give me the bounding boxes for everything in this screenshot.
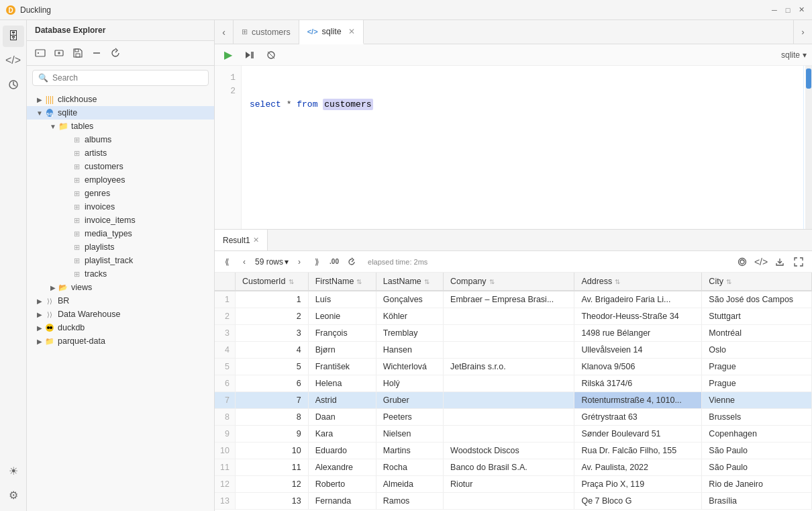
- result1-tab[interactable]: Result1 ✕: [215, 230, 268, 250]
- table-row[interactable]: 1 1 Luís Gonçalves Embraer – Empresa Bra…: [215, 291, 812, 308]
- col-header-address[interactable]: Address⇅: [574, 273, 702, 291]
- save-icon[interactable]: [70, 45, 86, 61]
- results-table-container[interactable]: CustomerId⇅ FirstName⇅ LastName⇅ Company…: [215, 273, 812, 511]
- editor-area: ▶ sqlite ▾ 1 2 select * from customers: [215, 44, 812, 229]
- sidebar-item-tracks[interactable]: ⊞tracks: [27, 267, 214, 281]
- sidebar-item-tables[interactable]: ▼ 📁 tables: [27, 120, 214, 133]
- code-editor[interactable]: select * from customers: [242, 66, 812, 229]
- tab-prev-button[interactable]: ‹: [215, 20, 234, 44]
- table-row[interactable]: 11 11 Alexandre Rocha Banco do Brasil S.…: [215, 459, 812, 476]
- tab-sqlite[interactable]: </> sqlite ✕: [299, 20, 364, 44]
- sidebar-item-sqlite[interactable]: ▼ sq sqlite: [27, 106, 214, 120]
- address-cell: Qe 7 Bloco G: [574, 493, 702, 510]
- sidebar-item-parquet-data[interactable]: ▶ 📁 parquet-data: [27, 334, 214, 348]
- code-icon[interactable]: </>: [3, 50, 24, 71]
- col-header-customerid[interactable]: CustomerId⇅: [235, 273, 308, 291]
- search-input[interactable]: [52, 73, 203, 83]
- database-icon[interactable]: 🗄: [3, 26, 24, 47]
- tab-sqlite-label: sqlite: [322, 27, 342, 36]
- tab-close-button[interactable]: ✕: [348, 27, 355, 36]
- sidebar-item-playlists[interactable]: ⊞playlists: [27, 240, 214, 254]
- format-button[interactable]: .00: [327, 255, 341, 269]
- table-icon: ⊞: [71, 215, 82, 226]
- first-page-button[interactable]: ⟪: [220, 255, 234, 269]
- refresh-results-button[interactable]: [345, 255, 358, 269]
- results-tabs: Result1 ✕: [215, 230, 812, 251]
- sidebar-item-data-warehouse[interactable]: ▶ ⟩⟩ Data Warehouse: [27, 308, 214, 321]
- table-row[interactable]: 13 13 Fernanda Ramos Qe 7 Bloco G Brasíl…: [215, 493, 812, 510]
- sidebar-item-duckdb[interactable]: ▶ duckdb: [27, 321, 214, 334]
- table-row[interactable]: 2 2 Leonie Köhler Theodor-Heuss-Straße 3…: [215, 308, 812, 325]
- search-box[interactable]: 🔍: [32, 70, 209, 86]
- history-icon[interactable]: [3, 74, 24, 95]
- code-view-button[interactable]: </>: [753, 254, 769, 270]
- table-row[interactable]: 12 12 Roberto Almeida Riotur Praça Pio X…: [215, 476, 812, 493]
- sidebar-item-invoices[interactable]: ⊞invoices: [27, 200, 214, 214]
- sidebar-title: Database Explorer: [27, 20, 214, 41]
- table-icon: ⊞: [71, 161, 82, 172]
- sidebar-item-albums[interactable]: ⊞albums: [27, 133, 214, 146]
- sidebar-item-genres[interactable]: ⊞genres: [27, 187, 214, 200]
- sidebar: Database Explorer 🔍: [27, 20, 215, 511]
- duckdb-icon: [44, 322, 55, 333]
- sidebar-item-views[interactable]: ▶ 📂 views: [27, 281, 214, 294]
- expand-button[interactable]: [791, 254, 807, 270]
- sidebar-item-clickhouse[interactable]: ▶ |||| clickhouse: [27, 93, 214, 106]
- explain-button[interactable]: [263, 47, 279, 63]
- result-tab-close[interactable]: ✕: [253, 236, 259, 244]
- tab-customers[interactable]: ⊞ customers: [234, 20, 299, 44]
- table-row[interactable]: 9 9 Kara Nielsen Sønder Boulevard 51 Cop…: [215, 426, 812, 443]
- col-header-company[interactable]: Company⇅: [444, 273, 574, 291]
- col-header-city[interactable]: City⇅: [702, 273, 812, 291]
- table-row[interactable]: 5 5 František Wichterlová JetBrains s.r.…: [215, 359, 812, 375]
- table-row[interactable]: 6 6 Helena Holý Rilská 3174/6 Prague: [215, 375, 812, 392]
- col-header-firstname[interactable]: FirstName⇅: [308, 273, 376, 291]
- table-row[interactable]: 3 3 François Tremblay 1498 rue Bélanger …: [215, 325, 812, 342]
- sidebar-item-BR[interactable]: ▶ ⟩⟩ BR: [27, 294, 214, 308]
- company-cell: [444, 409, 574, 426]
- db-selector[interactable]: sqlite ▾: [781, 50, 807, 60]
- maximize-button[interactable]: □: [782, 5, 793, 15]
- expand-arrow: ▶: [48, 284, 58, 291]
- sidebar-item-playlist-track[interactable]: ⊞playlist_track: [27, 254, 214, 267]
- run-button[interactable]: ▶: [220, 47, 236, 63]
- tab-more-button[interactable]: ›: [793, 20, 812, 44]
- add-schema-icon[interactable]: [51, 45, 67, 61]
- col-header-lastname[interactable]: LastName⇅: [376, 273, 443, 291]
- tab-customers-label: customers: [252, 28, 291, 37]
- next-page-button[interactable]: ›: [293, 255, 306, 269]
- firstname-cell: Bjørn: [308, 342, 376, 359]
- results-toolbar: ⟪ ‹ 59 rows ▾ › ⟫ .00 elapsed time: 2ms: [215, 251, 812, 273]
- table-row[interactable]: 7 7 Astrid Gruber Rotenturmstraße 4, 101…: [215, 392, 812, 409]
- minimize-button[interactable]: ─: [769, 5, 780, 15]
- firstname-cell: Alexandre: [308, 459, 376, 476]
- run-current-button[interactable]: [242, 47, 258, 63]
- company-cell: [444, 375, 574, 392]
- remove-icon[interactable]: [89, 45, 105, 61]
- table-row[interactable]: 10 10 Eduardo Martins Woodstock Discos R…: [215, 443, 812, 459]
- sun-icon[interactable]: ☀: [3, 460, 24, 481]
- address-cell: Klanova 9/506: [574, 359, 702, 375]
- window-controls[interactable]: ─ □ ✕: [769, 5, 807, 15]
- sidebar-item-customers[interactable]: ⊞customers: [27, 160, 214, 173]
- sidebar-item-invoice-items[interactable]: ⊞invoice_items: [27, 214, 214, 227]
- last-page-button[interactable]: ⟫: [310, 255, 323, 269]
- view-mode-button[interactable]: [734, 254, 750, 270]
- table-row[interactable]: 4 4 Bjørn Hansen Ullevålsveien 14 Oslo: [215, 342, 812, 359]
- line-numbers: 1 2: [215, 66, 242, 229]
- prev-page-button[interactable]: ‹: [238, 255, 251, 269]
- table-row[interactable]: 8 8 Daan Peeters Grétrystraat 63 Brussel…: [215, 409, 812, 426]
- city-cell: São José dos Campos: [702, 291, 812, 308]
- refresh-icon[interactable]: [107, 45, 123, 61]
- table-tab-icon: ⊞: [242, 28, 248, 36]
- sidebar-item-employees[interactable]: ⊞employees: [27, 173, 214, 187]
- sidebar-item-media-types[interactable]: ⊞media_types: [27, 227, 214, 240]
- firstname-cell: Luís: [308, 291, 376, 308]
- settings-icon[interactable]: ⚙: [3, 484, 24, 506]
- sidebar-item-artists[interactable]: ⊞artists: [27, 146, 214, 160]
- add-connection-icon[interactable]: [32, 45, 48, 61]
- sqlite-icon: sq: [44, 107, 55, 118]
- export-button[interactable]: [772, 254, 788, 270]
- editor-scrollbar[interactable]: [805, 66, 812, 229]
- close-button[interactable]: ✕: [796, 5, 807, 15]
